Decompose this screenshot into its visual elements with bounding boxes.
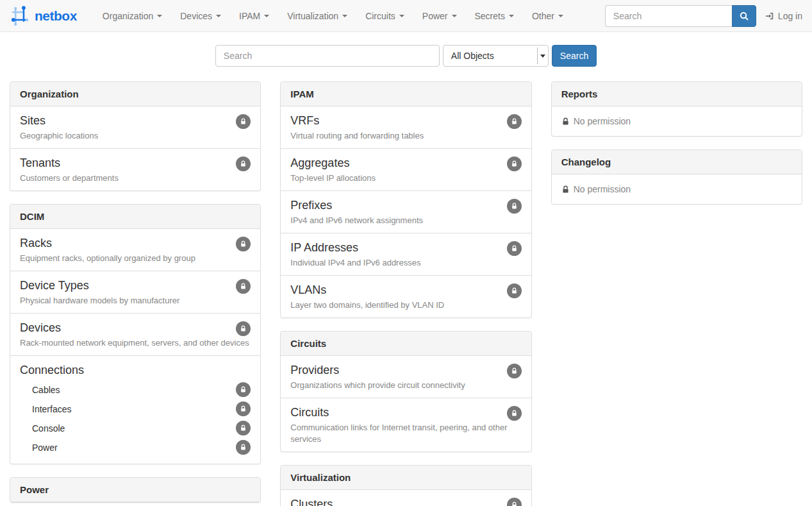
nav-menu-label: Circuits: [365, 11, 395, 21]
navbar-search-button[interactable]: [732, 5, 756, 27]
chevron-down-icon: [558, 15, 563, 17]
no-permission-label: No permission: [574, 116, 631, 126]
netbox-brand[interactable]: netbox: [0, 5, 85, 27]
nav-menu-label: Secrets: [475, 11, 505, 21]
lock-icon: [511, 160, 518, 167]
lock-badge: [236, 382, 251, 397]
panel-subitem-power: Power: [20, 438, 251, 457]
panel-item-prefixes: PrefixesIPv4 and IPv6 network assignment…: [281, 190, 531, 233]
lock-badge: [236, 421, 251, 435]
panel-power: Power: [10, 477, 261, 503]
panel-ipam: IPAMVRFsVirtual routing and forwarding t…: [280, 81, 531, 318]
item-description: Communication links for Internet transit…: [290, 422, 521, 445]
panel-item-circuits: CircuitsCommunication links for Internet…: [281, 398, 531, 451]
item-title: Device Types: [20, 278, 251, 294]
nav-menu-virtualization[interactable]: Virtualization: [278, 0, 356, 32]
brand-name: netbox: [35, 8, 77, 24]
lock-icon: [561, 117, 570, 126]
nav-menu-secrets[interactable]: Secrets: [466, 0, 523, 32]
navbar-right: Log in: [605, 5, 812, 27]
nav-menu-power[interactable]: Power: [413, 0, 466, 32]
navbar-search-input[interactable]: [605, 5, 732, 27]
lock-icon: [240, 405, 247, 412]
item-description: Physical hardware models by manufacturer: [20, 295, 251, 307]
panel-heading-organization: Organization: [10, 82, 260, 106]
nav-menu-organization[interactable]: Organization: [94, 0, 171, 32]
panel-heading-changelog: Changelog: [552, 150, 802, 174]
netbox-logo-icon: [9, 5, 31, 27]
lock-icon: [240, 386, 247, 393]
item-title: IP Addresses: [290, 240, 521, 256]
lock-icon: [240, 444, 247, 451]
nav-menu-label: Power: [422, 11, 448, 21]
chevron-down-icon: [452, 15, 457, 17]
item-description: Virtual routing and forwarding tables: [290, 130, 521, 142]
nav-menu-ipam[interactable]: IPAM: [230, 0, 278, 32]
nav-menu-label: Organization: [103, 11, 153, 21]
navbar-search-group: [605, 5, 756, 27]
item-description: Top-level IP allocations: [290, 173, 521, 184]
panel-item-tenants: TenantsCustomers or departments: [10, 148, 260, 190]
panel-subitem-cables: Cables: [20, 380, 251, 400]
item-title: VLANs: [290, 282, 521, 298]
nav-menu-label: Other: [532, 11, 554, 21]
chevron-down-icon: [509, 15, 514, 17]
panel-heading-power: Power: [10, 478, 260, 502]
panel-heading-reports: Reports: [552, 82, 802, 106]
lock-icon: [511, 287, 518, 294]
lock-badge: [507, 406, 522, 421]
chevron-down-icon: [399, 15, 404, 17]
subitem-label: Cables: [32, 385, 60, 395]
lock-badge: [507, 364, 522, 378]
lock-badge: [236, 401, 251, 416]
panel-heading-ipam: IPAM: [281, 82, 531, 106]
item-title: Sites: [20, 113, 251, 129]
lock-icon: [240, 325, 247, 332]
nav-menu-devices[interactable]: Devices: [171, 0, 230, 32]
top-navbar: netbox OrganizationDevicesIPAMVirtualiza…: [0, 0, 812, 32]
item-description: Customers or departments: [20, 173, 251, 184]
item-description: IPv4 and IPv6 network assignments: [290, 215, 521, 226]
item-title: Tenants: [20, 155, 251, 171]
nav-menu-other[interactable]: Other: [523, 0, 572, 32]
panel-subitem-console: Console: [20, 419, 251, 438]
column-left: OrganizationSitesGeographic locationsTen…: [10, 81, 261, 506]
group-children: CablesInterfacesConsolePower: [20, 380, 251, 457]
panel-organization: OrganizationSitesGeographic locationsTen…: [10, 81, 261, 191]
login-label: Log in: [778, 11, 802, 21]
login-link[interactable]: Log in: [765, 11, 802, 21]
item-title: Providers: [290, 362, 521, 378]
global-search-input[interactable]: [215, 45, 440, 67]
item-description: Organizations which provide circuit conn…: [290, 380, 521, 391]
item-description: Layer two domains, identified by VLAN ID: [290, 299, 521, 311]
dashboard-content: OrganizationSitesGeographic locationsTen…: [10, 81, 802, 506]
panel-dcim: DCIMRacksEquipment racks, optionally org…: [10, 204, 261, 464]
lock-badge: [507, 283, 522, 298]
nav-menu-circuits[interactable]: Circuits: [356, 0, 413, 32]
item-description: Geographic locations: [20, 130, 251, 142]
nav-menu-label: IPAM: [239, 11, 260, 21]
global-search-button[interactable]: Search: [552, 45, 597, 67]
panel-reports: ReportsNo permission: [551, 81, 802, 137]
nav-menu-label: Devices: [180, 11, 212, 21]
lock-icon: [240, 283, 247, 290]
item-title: Clusters: [290, 496, 521, 506]
panel-subitem-interfaces: Interfaces: [20, 400, 251, 419]
panel-item-device-types: Device TypesPhysical hardware models by …: [10, 271, 260, 313]
search-icon: [740, 12, 749, 21]
no-permission-row: No permission: [552, 106, 802, 136]
panel-heading-dcim: DCIM: [10, 205, 260, 229]
panel-changelog: ChangelogNo permission: [551, 149, 802, 205]
lock-icon: [240, 160, 247, 167]
lock-icon: [561, 185, 570, 194]
chevron-down-icon: [342, 15, 347, 17]
search-scope-select[interactable]: All Objects: [443, 45, 549, 67]
panel-virtualization: VirtualizationClusters: [280, 465, 531, 506]
item-title: Racks: [20, 235, 251, 251]
chevron-down-icon: [216, 15, 221, 17]
panel-item-ip-addresses: IP AddressesIndividual IPv4 and IPv6 add…: [281, 233, 531, 275]
item-title: Connections: [20, 362, 251, 378]
lock-icon: [511, 203, 518, 210]
nav-menus: OrganizationDevicesIPAMVirtualizationCir…: [94, 0, 572, 32]
panel-item-racks: RacksEquipment racks, optionally organiz…: [10, 229, 260, 271]
